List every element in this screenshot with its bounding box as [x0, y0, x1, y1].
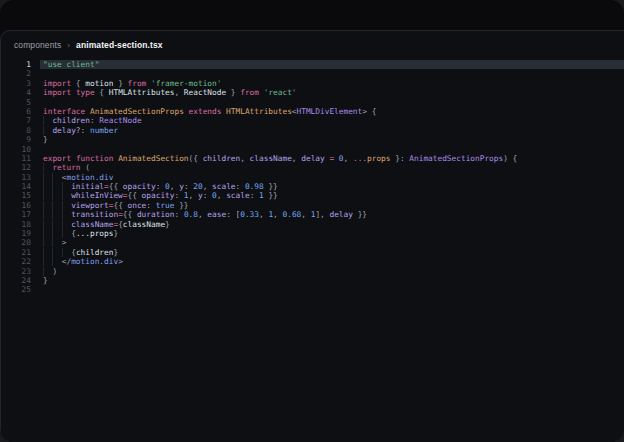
line-number: 8 [1, 126, 40, 135]
line-content: initial={{ opacity: 0, y: 20, scale: 0.9… [40, 182, 624, 191]
code-token: > [118, 257, 123, 266]
code-token: 0.68 [283, 210, 302, 219]
line-content: viewport={{ once: true }} [40, 201, 624, 210]
line-content: {...props} [40, 229, 624, 238]
code-token: , [198, 210, 207, 219]
line-content: children: ReactNode [40, 116, 624, 125]
code-token: from [240, 88, 259, 97]
indent-guide [62, 248, 71, 257]
chevron-right-icon: › [67, 41, 70, 50]
code-line[interactable]: 19 {...props} [1, 229, 624, 238]
code-line[interactable]: 10 [1, 145, 624, 154]
code-token: , [273, 210, 282, 219]
code-token: HTMLDivElement [297, 107, 363, 116]
code-token: "use client" [43, 60, 99, 69]
code-token: {{ [128, 191, 142, 200]
indent-guide [43, 267, 52, 276]
code-token: export [43, 154, 71, 163]
code-line[interactable]: 4import type { HTMLAttributes, ReactNode… [1, 88, 624, 97]
code-token: : [174, 191, 183, 200]
code-line[interactable]: 1"use client" [1, 60, 624, 69]
code-token: function [76, 154, 114, 163]
code-token: ( [81, 163, 90, 172]
code-token: from [128, 79, 147, 88]
code-token: } [226, 88, 240, 97]
code-line[interactable]: 8 delay?: number [1, 126, 624, 135]
code-line[interactable]: 9} [1, 135, 624, 144]
code-line[interactable]: 7 children: ReactNode [1, 116, 624, 125]
code-token: HTMLAttributes [226, 107, 292, 116]
code-line[interactable]: 5 [1, 98, 624, 107]
line-number: 23 [1, 267, 40, 276]
code-line[interactable]: 23 ) [1, 267, 624, 276]
code-line[interactable]: 13 <motion.div [1, 173, 624, 182]
code-token: extends [189, 107, 222, 116]
code-token: 20 [193, 182, 202, 191]
code-token: </ [62, 257, 71, 266]
code-token: 'framer-motion' [151, 79, 221, 88]
code-token: AnimatedSection [118, 154, 188, 163]
line-content: transition={{ duration: 0.8, ease: [0.33… [40, 210, 624, 219]
code-line[interactable]: 24} [1, 276, 624, 285]
line-content: > [40, 238, 624, 247]
code-token: : [203, 191, 212, 200]
code-line[interactable]: 3import { motion } from 'framer-motion' [1, 79, 624, 88]
code-token: ], [315, 210, 329, 219]
line-number: 21 [1, 248, 40, 257]
code-token: , [189, 191, 198, 200]
code-line[interactable]: 11export function AnimatedSection({ chil… [1, 154, 624, 163]
indent-guide [43, 220, 52, 229]
code-token: return [52, 163, 80, 172]
line-number: 17 [1, 210, 40, 219]
code-token: ...props [76, 229, 114, 238]
line-number: 19 [1, 229, 40, 238]
code-token: }} [353, 210, 367, 219]
code-token: import [43, 79, 71, 88]
code-line[interactable]: 14 initial={{ opacity: 0, y: 20, scale: … [1, 182, 624, 191]
code-token: > { [362, 107, 376, 116]
indent-guide [43, 248, 52, 257]
code-line[interactable]: 16 viewport={{ once: true }} [1, 201, 624, 210]
code-token: , [203, 182, 212, 191]
code-line[interactable]: 20 > [1, 238, 624, 247]
code-line[interactable]: 12 return ( [1, 163, 624, 172]
code-token: : [81, 126, 90, 135]
code-line[interactable]: 21 {children} [1, 248, 624, 257]
code-token: true [156, 201, 175, 210]
code-line[interactable]: 22 </motion.div> [1, 257, 624, 266]
line-number: 25 [1, 285, 40, 294]
code-line[interactable]: 17 transition={{ duration: 0.8, ease: [0… [1, 210, 624, 219]
code-token: : [250, 191, 259, 200]
indent-guide [52, 201, 61, 210]
code-token: ) { [503, 154, 517, 163]
code-token: number [90, 126, 118, 135]
line-content [40, 69, 624, 78]
code-token: AnimatedSectionProps [409, 154, 503, 163]
code-line[interactable]: 6interface AnimatedSectionProps extends … [1, 107, 624, 116]
code-token: : [90, 116, 99, 125]
indent-guide [52, 173, 61, 182]
breadcrumb-folder[interactable]: components [14, 40, 61, 50]
code-token: ... [353, 154, 367, 163]
code-area[interactable]: 1"use client"23import { motion } from 'f… [1, 60, 624, 295]
line-content: </motion.div> [40, 257, 624, 266]
line-content: className={className} [40, 220, 624, 229]
code-token: transition [71, 210, 118, 219]
code-line[interactable]: 15 whileInView={{ opacity: 1, y: 0, scal… [1, 191, 624, 200]
code-line[interactable]: 2 [1, 69, 624, 78]
code-line[interactable]: 25 [1, 285, 624, 294]
code-token: { [71, 79, 85, 88]
line-content: return ( [40, 163, 624, 172]
indent-guide [43, 126, 52, 135]
code-token: whileInView [71, 191, 123, 200]
code-token: HTMLAttributes [109, 88, 175, 97]
breadcrumb-filename[interactable]: animated-section.tsx [76, 40, 163, 50]
line-content: import { motion } from 'framer-motion' [40, 79, 624, 88]
code-token: {{ [109, 182, 123, 191]
line-content: "use client" [40, 60, 624, 69]
line-content: delay?: number [40, 126, 624, 135]
code-token: }} [264, 182, 278, 191]
code-line[interactable]: 18 className={className} [1, 220, 624, 229]
indent-guide [62, 201, 71, 210]
code-token: children [76, 248, 114, 257]
